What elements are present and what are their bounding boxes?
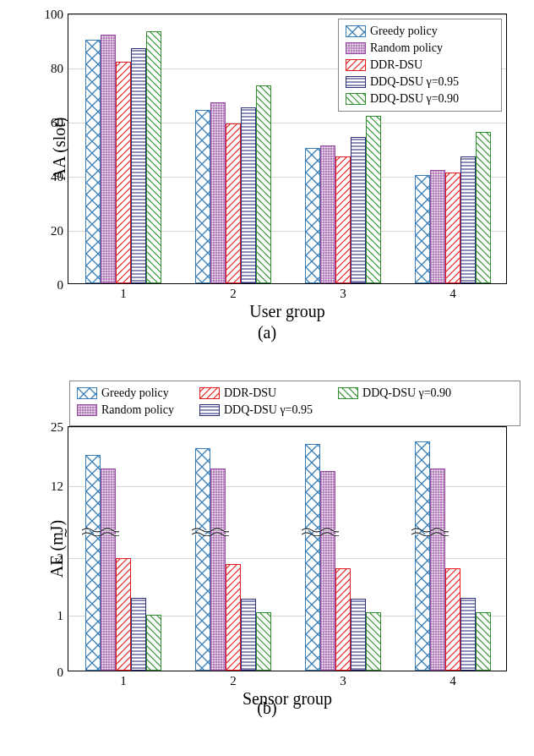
legend-swatch-ddq90 xyxy=(346,93,366,105)
legend-item-ddr: DDR-DSU xyxy=(199,386,313,400)
ytick: 25 xyxy=(51,420,68,435)
chart-b-sublabel: (b) xyxy=(257,698,276,718)
xtick: 4 xyxy=(450,283,456,301)
ytick: 0 xyxy=(57,278,69,293)
bar-ddq90 xyxy=(146,615,161,671)
legend-item-greedy: Greedy policy xyxy=(77,386,174,400)
ytick: 2 xyxy=(57,551,69,566)
bar-random xyxy=(320,471,335,671)
legend-item-ddq95: DDQ-DSU γ=0.95 xyxy=(346,75,486,89)
bar-greedy xyxy=(195,448,210,671)
xtick: 4 xyxy=(450,671,456,688)
bar-ddq95 xyxy=(241,599,256,671)
gridline xyxy=(68,427,506,428)
axis-break-yaxis: ≀ xyxy=(63,525,68,540)
bar-greedy xyxy=(85,455,101,671)
bar-greedy xyxy=(195,110,210,283)
bar-random xyxy=(430,170,445,283)
ytick: 100 xyxy=(45,8,69,22)
bar-greedy xyxy=(305,148,320,283)
gridline xyxy=(68,14,506,15)
ytick: 60 xyxy=(51,116,68,130)
ytick: 20 xyxy=(51,224,68,238)
legend-item-ddq90: DDQ-DSU γ=0.90 xyxy=(338,386,451,400)
bar-ddq95 xyxy=(460,156,476,283)
xtick: 1 xyxy=(120,283,127,301)
bar-ddq95 xyxy=(351,137,366,283)
bar-random xyxy=(210,102,226,283)
bar-greedy xyxy=(415,441,430,671)
ytick: 40 xyxy=(51,170,68,184)
bar-ddq95 xyxy=(131,48,146,283)
bar-ddr xyxy=(226,564,241,671)
chart-a-xlabel: User group xyxy=(249,283,324,321)
legend-swatch-greedy xyxy=(346,25,366,37)
bar-greedy xyxy=(415,175,430,283)
legend-label-ddq90: DDQ-DSU γ=0.90 xyxy=(370,92,459,106)
ytick: 1 xyxy=(57,608,69,622)
bar-greedy xyxy=(85,40,101,283)
bar-ddr xyxy=(226,123,241,283)
legend-swatch-ddq95 xyxy=(346,76,366,88)
legend-item-random: Random policy xyxy=(77,403,174,417)
bar-random xyxy=(101,35,116,283)
legend-item-greedy: Greedy policy xyxy=(346,25,486,38)
legend-item-ddq95: DDQ-DSU γ=0.95 xyxy=(199,403,313,417)
legend-label-ddq90: DDQ-DSU γ=0.90 xyxy=(362,386,451,400)
legend-label-ddq95: DDQ-DSU γ=0.95 xyxy=(224,403,313,417)
bar-ddq90 xyxy=(476,612,491,671)
ytick: 12 xyxy=(51,479,68,494)
legend-swatch-ddq90 xyxy=(338,387,358,399)
axis-break-mark xyxy=(302,524,339,533)
chart-b-xlabel: Sensor group xyxy=(242,671,332,709)
chart-b-legend: Greedy policyRandom policyDDR-DSUDDQ-DSU… xyxy=(69,381,520,426)
bar-ddq95 xyxy=(241,107,256,283)
bar-ddq95 xyxy=(131,598,146,671)
axis-break-mark xyxy=(192,524,229,533)
bar-ddq95 xyxy=(460,598,476,671)
bar-random xyxy=(101,468,116,671)
bar-ddq90 xyxy=(146,31,161,283)
bar-ddq95 xyxy=(351,599,366,671)
bar-ddr xyxy=(335,568,351,671)
chart-b-container: Greedy policyRandom policyDDR-DSUDDQ-DSU… xyxy=(17,381,517,715)
legend-swatch-ddr xyxy=(199,387,220,399)
legend-swatch-greedy xyxy=(77,387,97,399)
ytick: 0 xyxy=(57,666,69,680)
legend-item-random: Random policy xyxy=(346,41,486,55)
legend-swatch-ddr xyxy=(346,59,366,71)
bar-ddr xyxy=(116,62,131,283)
bar-ddr xyxy=(116,558,131,671)
bar-ddr xyxy=(445,173,460,283)
bar-ddq90 xyxy=(256,612,271,671)
ytick: 80 xyxy=(51,62,68,76)
xtick: 3 xyxy=(340,283,346,301)
axis-break-mark xyxy=(82,524,119,533)
chart-b-plot: AE (mJ) Sensor group 01212251234≀ xyxy=(68,426,507,671)
legend-label-ddr: DDR-DSU xyxy=(370,58,422,72)
bar-ddq90 xyxy=(256,85,271,283)
legend-label-greedy: Greedy policy xyxy=(370,25,438,38)
legend-item-ddq90: DDQ-DSU γ=0.90 xyxy=(346,92,486,106)
bar-ddq90 xyxy=(366,612,381,671)
legend-label-random: Random policy xyxy=(370,41,443,55)
legend-label-random: Random policy xyxy=(101,403,174,417)
bar-random xyxy=(210,468,226,671)
legend-label-greedy: Greedy policy xyxy=(101,386,169,400)
legend-swatch-ddq95 xyxy=(199,404,220,416)
xtick: 3 xyxy=(340,671,346,688)
legend-swatch-random xyxy=(346,42,366,54)
xtick: 1 xyxy=(120,671,127,688)
legend-label-ddq95: DDQ-DSU γ=0.95 xyxy=(370,75,459,89)
chart-a-sublabel: (a) xyxy=(258,323,276,342)
bar-greedy xyxy=(305,444,320,671)
xtick: 2 xyxy=(230,283,237,301)
bar-ddq90 xyxy=(476,132,491,283)
bar-ddr xyxy=(445,568,460,671)
bar-random xyxy=(320,145,335,283)
legend-label-ddr: DDR-DSU xyxy=(224,386,276,400)
chart-a-container: AA (slot) User group 0204060801001234 (a… xyxy=(17,8,517,342)
axis-break-mark xyxy=(411,524,449,533)
legend-item-ddr: DDR-DSU xyxy=(346,58,486,72)
legend-swatch-random xyxy=(77,404,97,416)
